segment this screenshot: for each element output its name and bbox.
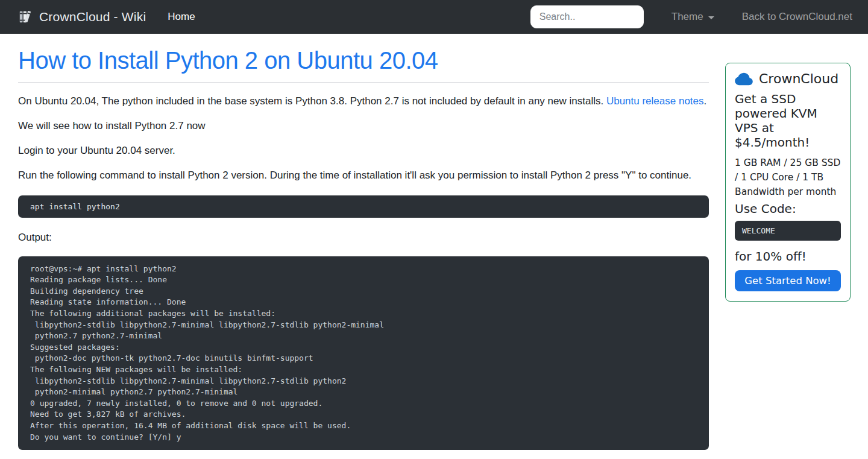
cloud-icon	[735, 72, 753, 86]
discount-text: for 10% off!	[735, 249, 841, 264]
promo-offer-text: Get a SSD powered KVM VPS at $4.5/month!	[735, 92, 841, 150]
paragraph-install: We will see how to install Python 2.7 no…	[18, 119, 709, 133]
promo-card-header: CrownCloud	[735, 71, 841, 86]
promo-brand-label: CrownCloud	[759, 71, 838, 86]
paragraph-login: Login to your Ubuntu 20.04 server.	[18, 144, 709, 158]
theme-dropdown[interactable]: Theme	[671, 11, 714, 23]
chevron-down-icon	[708, 16, 714, 19]
promo-specs-text: 1 GB RAM / 25 GB SSD / 1 CPU Core / 1 TB…	[735, 156, 841, 199]
page-body: How to Install Python 2 on Ubuntu 20.04 …	[0, 34, 868, 450]
intro-paragraph: On Ubuntu 20.04, The python included in …	[18, 94, 709, 109]
paragraph-run: Run the following command to install Pyt…	[18, 168, 709, 183]
output-label: Output:	[18, 230, 709, 245]
get-started-button[interactable]: Get Started Now!	[735, 270, 841, 291]
title-divider	[18, 82, 709, 83]
use-code-label: Use Code:	[735, 201, 841, 216]
books-icon	[18, 9, 34, 25]
brand-link[interactable]: CrownCloud - Wiki	[18, 9, 146, 25]
sidebar: CrownCloud Get a SSD powered KVM VPS at …	[725, 34, 851, 302]
ubuntu-release-notes-link[interactable]: Ubuntu release notes	[606, 95, 704, 107]
navbar-right: Theme Back to CrownCloud.net	[530, 5, 852, 28]
intro-text: On Ubuntu 20.04, The python included in …	[18, 95, 606, 107]
coupon-code-box: WELCOME	[735, 221, 841, 241]
search-input[interactable]	[530, 5, 644, 28]
page-title: How to Install Python 2 on Ubuntu 20.04	[18, 46, 709, 74]
navbar: CrownCloud - Wiki Home Theme Back to Cro…	[0, 0, 868, 34]
theme-label: Theme	[671, 11, 703, 23]
promo-card: CrownCloud Get a SSD powered KVM VPS at …	[725, 63, 851, 302]
terminal-output-block: root@vps:~# apt install python2 Reading …	[18, 256, 709, 451]
brand-label: CrownCloud - Wiki	[39, 10, 146, 24]
article: How to Install Python 2 on Ubuntu 20.04 …	[18, 34, 709, 450]
nav-item-home[interactable]: Home	[168, 11, 195, 23]
command-code-block: apt install python2	[18, 195, 709, 218]
nav-item-back-to-crowncloud[interactable]: Back to CrownCloud.net	[742, 11, 852, 23]
intro-suffix: .	[704, 95, 707, 107]
